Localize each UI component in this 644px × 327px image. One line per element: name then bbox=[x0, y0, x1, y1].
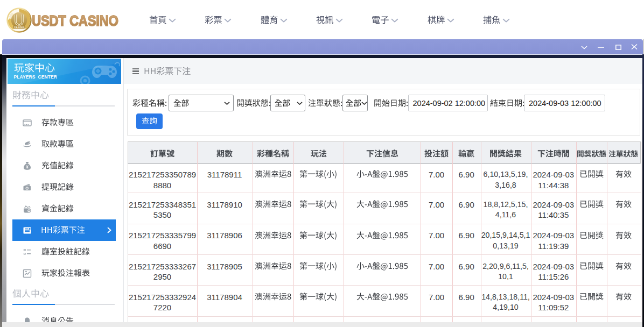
svg-text:CASINO: CASINO bbox=[14, 26, 24, 29]
